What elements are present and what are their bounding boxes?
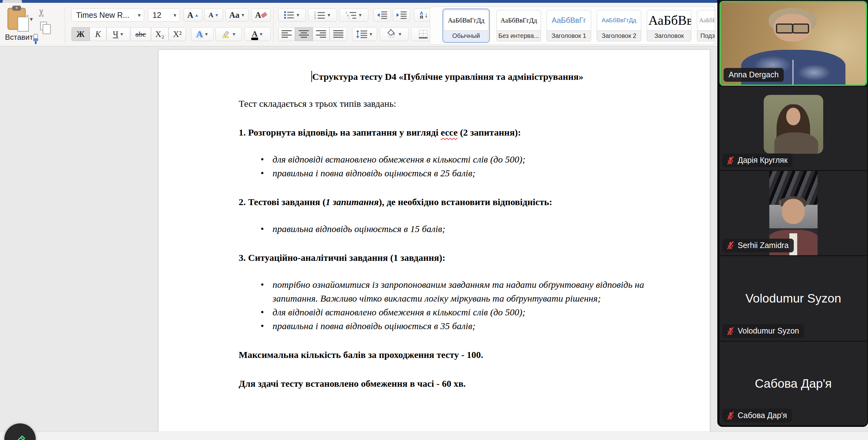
cut-icon[interactable]: ✂ — [35, 8, 48, 18]
line-spacing-icon — [356, 30, 367, 38]
italic-button[interactable]: К — [90, 27, 106, 41]
bullet-list[interactable]: потрібно ознайомитися із запропонованим … — [239, 278, 656, 333]
align-center-button[interactable] — [295, 27, 313, 41]
font-name-dropdown[interactable]: ▼ — [134, 12, 144, 18]
bold-button[interactable]: Ж — [71, 27, 90, 41]
text-run: 1. Розгорнута відповідь на запитання у в… — [239, 127, 441, 137]
format-painter-icon[interactable] — [30, 33, 41, 45]
underline-button[interactable]: Ч ▼ — [106, 27, 130, 41]
text-effects-button[interactable]: А ▼ — [191, 27, 214, 41]
font-name-combo[interactable]: Times New R... ▼ — [71, 8, 144, 22]
text-run: ), де необхідно встановити відповідність… — [379, 197, 552, 207]
style-chip-heading1[interactable]: АаБбВвГг Заголовок 1 — [547, 10, 591, 41]
superscript-button[interactable]: X² — [168, 27, 186, 41]
bullet-list[interactable]: правильна відповідь оцінюється в 15 балі… — [239, 222, 656, 236]
participant-name-chip: Volodumur Syzon — [722, 324, 804, 338]
document-content[interactable]: Структура тесту D4 «Публічне управління … — [239, 70, 656, 390]
text-run: 2. Тестові завдання ( — [239, 197, 326, 207]
participant-name-chip: Сабова Дар'я — [722, 409, 792, 422]
participant-tile-serhii-zamidra[interactable]: Serhii Zamidra — [719, 171, 867, 255]
style-label: Без интерва... — [496, 31, 541, 41]
participant-tile-volodumur-syzon[interactable]: Volodumur Syzon Volodumur Syzon — [719, 256, 867, 341]
justify-button[interactable] — [330, 27, 347, 41]
participant-tile-anna-dergach[interactable]: Anna Dergach — [719, 1, 867, 86]
paragraph[interactable]: 3. Ситуаційно-аналітичні завдання (1 зав… — [239, 251, 656, 264]
document-title[interactable]: Структура тесту D4 «Публічне управління … — [239, 70, 656, 84]
paste-dropdown[interactable]: ▼ — [29, 17, 34, 22]
bullet-item[interactable]: правильна відповідь оцінюється в 15 балі… — [239, 222, 656, 236]
underline-dropdown[interactable]: ▼ — [120, 32, 124, 37]
font-size-combo[interactable]: 12 ▼ — [148, 8, 180, 22]
increase-indent-button[interactable] — [393, 8, 410, 22]
style-label: Заголовок — [647, 31, 691, 41]
decrease-indent-button[interactable] — [373, 8, 391, 22]
strikethrough-button[interactable]: abc — [130, 27, 151, 41]
align-right-icon — [316, 30, 326, 38]
highlight-dropdown[interactable]: ▼ — [232, 32, 236, 37]
participant-tile-sabova-daria[interactable]: Сабова Дар'я Сабова Дар'я — [719, 342, 867, 425]
subscript-button[interactable]: X₂ — [151, 27, 168, 41]
bold-glyph: Ж — [76, 29, 85, 39]
text-effects-dropdown[interactable]: ▼ — [204, 32, 209, 37]
window-tab — [2, 0, 22, 3]
highlight-button[interactable]: ▼ — [216, 27, 242, 41]
underline-glyph: Ч — [113, 29, 118, 39]
screen: ▼ Вставить ✂ Times New R... ▼ 12 ▼ А ▲ А… — [0, 0, 868, 440]
change-case-button[interactable]: Аа ▼ — [225, 8, 249, 22]
document-page[interactable]: Структура тесту D4 «Публічне управління … — [158, 50, 710, 432]
clipboard-sheet — [18, 17, 29, 32]
align-left-button[interactable] — [278, 27, 295, 41]
change-case-dropdown: ▼ — [241, 12, 245, 18]
font-size-dropdown[interactable]: ▼ — [170, 12, 180, 18]
bullet-list-dropdown[interactable]: ▼ — [296, 12, 300, 18]
multilevel-list-dropdown[interactable]: ▼ — [358, 12, 363, 18]
svg-text:3: 3 — [314, 17, 316, 19]
participant-tile-dariia-kruhliak[interactable]: Дарія Кругляк — [719, 87, 867, 170]
style-chip-title[interactable]: АаБбВвГгДд Заголовок — [647, 10, 691, 41]
illustration-shape — [782, 199, 805, 224]
align-center-icon — [299, 30, 309, 38]
paragraph[interactable]: Тест складається з трьох типів завдань: — [239, 97, 656, 111]
style-preview: АаБбВвГгДд — [597, 10, 641, 31]
font-color-dropdown[interactable]: ▼ — [259, 32, 263, 37]
grow-font-button[interactable]: А ▲ — [184, 8, 203, 22]
clipboard-sheet-fold — [25, 15, 29, 19]
numbered-list-dropdown[interactable]: ▼ — [327, 12, 331, 18]
bullet-list-button[interactable]: ▼ — [278, 8, 306, 22]
shading-button[interactable]: ▼ — [380, 27, 408, 41]
style-chip-normal[interactable]: АаБбВвГгДд Обычный — [444, 10, 488, 41]
style-chip-subtitle[interactable]: АаБбВвГгДд Подза — [697, 10, 715, 41]
shading-dropdown[interactable]: ▼ — [398, 32, 402, 37]
subscript-glyph: X₂ — [155, 29, 164, 39]
multilevel-list-button[interactable]: 1 a i ▼ — [340, 8, 368, 22]
style-label: Заголовок 2 — [597, 31, 641, 41]
paragraph[interactable]: Для здачі тесту встановлено обмеження в … — [239, 377, 656, 390]
bullet-item[interactable]: потрібно ознайомитися із запропонованим … — [239, 278, 656, 305]
align-right-button[interactable] — [313, 27, 330, 41]
misspelled-word: ессе — [441, 127, 458, 137]
style-chip-no-spacing[interactable]: АаБбВвГгДд Без интерва... — [496, 10, 541, 41]
participant-name: Volodumur Syzon — [738, 326, 799, 336]
numbered-list-icon: 1 2 3 — [314, 11, 326, 19]
bullet-list[interactable]: для відповіді встановлено обмеження в кі… — [239, 153, 656, 180]
numbered-list-button[interactable]: 1 2 3 ▼ — [308, 8, 337, 22]
paragraph[interactable]: Максимальна кількість балів за проходжен… — [239, 348, 656, 362]
strikethrough-glyph: abc — [135, 30, 146, 38]
line-spacing-button[interactable]: ▼ — [352, 27, 377, 41]
clipboard-clip-dot — [16, 7, 18, 9]
bullet-item[interactable]: для відповіді встановлено обмеження в кі… — [239, 153, 656, 166]
text-cursor — [311, 71, 312, 82]
paragraph[interactable]: 2. Тестові завдання (1 запитання), де не… — [239, 195, 656, 209]
paragraph[interactable]: 1. Розгорнута відповідь на запитання у в… — [239, 126, 656, 139]
style-chip-heading2[interactable]: АаБбВвГгДд Заголовок 2 — [597, 10, 641, 41]
line-spacing-dropdown[interactable]: ▼ — [369, 32, 373, 37]
bullet-item[interactable]: правильна і повна відповідь оцінюється в… — [239, 166, 656, 180]
bullet-item[interactable]: правильна і повна відповідь оцінюється в… — [239, 319, 656, 333]
bullet-item[interactable]: для відповіді встановлено обмеження в кі… — [239, 305, 656, 319]
paste-button[interactable] — [7, 8, 26, 30]
copy-icon[interactable] — [40, 22, 47, 30]
clear-formatting-button[interactable]: А — [251, 8, 271, 22]
shrink-font-button[interactable]: А ▼ — [204, 8, 223, 22]
style-preview: АаБбВвГгДд — [444, 10, 488, 31]
font-color-button[interactable]: А ▼ — [244, 27, 271, 41]
